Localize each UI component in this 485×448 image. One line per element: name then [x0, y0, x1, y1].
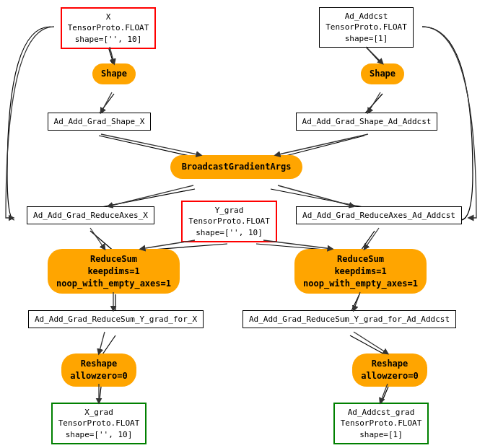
- node-Y-grad: Y_gradTensorProto.FLOATshape=['', 10]: [170, 201, 289, 242]
- node-reducesum-y-x: Ad_Add_Grad_ReduceSum_Y_grad_for_X: [13, 310, 219, 328]
- svg-line-22: [368, 92, 380, 113]
- svg-line-26: [278, 185, 354, 206]
- graph-container: XTensorProto.FLOATshape=['', 10] Ad_Addc…: [0, 0, 485, 448]
- node-reduce-axes-ad-label: Ad_Add_Grad_ReduceAxes_Ad_Addcst: [302, 211, 455, 220]
- svg-line-20: [366, 47, 383, 63]
- node-reducesum-y-ad: Ad_Add_Grad_ReduceSum_Y_grad_for_Ad_Addc…: [222, 310, 476, 328]
- svg-line-21: [101, 92, 112, 113]
- svg-line-1: [366, 47, 383, 65]
- node-broadcast-label: BroadcastGradientArgs: [182, 162, 292, 172]
- svg-line-0: [108, 47, 114, 65]
- node-grad-shape-x: Ad_Add_Grad_Shape_X: [32, 113, 166, 131]
- node-reshape-right: Reshapeallowzero=0: [343, 353, 437, 387]
- node-reducesum-left: ReduceSumkeepdims=1noop_with_empty_axes=…: [51, 249, 177, 294]
- node-reducesum-y-x-label: Ad_Add_Grad_ReduceSum_Y_grad_for_X: [35, 315, 197, 324]
- node-grad-shape-ad: Ad_Add_Grad_Shape_Ad_Addcst: [280, 113, 453, 131]
- node-Ad-Addcst: Ad_AddcstTensorProto.FLOATshape=[1]: [310, 7, 422, 48]
- node-shape-right: Shape: [354, 63, 411, 84]
- node-X: XTensorProto.FLOATshape=['', 10]: [51, 7, 166, 49]
- node-Ad-Addcst-grad: Ad_Addcst_gradTensorProto.FLOATshape=[1]: [309, 403, 453, 444]
- node-reducesum-y-ad-label: Ad_Add_Grad_ReduceSum_Y_grad_for_Ad_Addc…: [249, 315, 450, 324]
- node-X-grad-label: X_gradTensorProto.FLOATshape=['', 10]: [58, 408, 140, 439]
- svg-line-29: [90, 228, 105, 249]
- node-Ad-Addcst-grad-label: Ad_Addcst_gradTensorProto.FLOATshape=[1]: [341, 408, 422, 439]
- node-X-grad: X_gradTensorProto.FLOATshape=['', 10]: [38, 403, 160, 444]
- node-grad-shape-ad-label: Ad_Add_Grad_Shape_Ad_Addcst: [302, 117, 432, 126]
- node-shape-left-label: Shape: [101, 69, 127, 79]
- node-reducesum-left-label: ReduceSumkeepdims=1noop_with_empty_axes=…: [56, 254, 171, 289]
- node-grad-shape-x-label: Ad_Add_Grad_Shape_X: [54, 117, 145, 126]
- node-reducesum-right: ReduceSumkeepdims=1noop_with_empty_axes=…: [297, 249, 424, 294]
- svg-line-19: [110, 47, 114, 63]
- svg-line-23: [101, 134, 201, 155]
- svg-line-33: [99, 332, 105, 353]
- svg-line-30: [364, 228, 379, 249]
- node-reshape-left-label: Reshapeallowzero=0: [70, 359, 127, 381]
- node-shape-right-label: Shape: [370, 69, 396, 79]
- node-shape-left: Shape: [85, 63, 143, 84]
- node-reduce-axes-x-label: Ad_Add_Grad_ReduceAxes_X: [33, 211, 148, 220]
- svg-line-32: [354, 292, 360, 310]
- node-reduce-axes-ad: Ad_Add_Grad_ReduceAxes_Ad_Addcst: [289, 206, 469, 224]
- node-Y-grad-label: Y_gradTensorProto.FLOATshape=['', 10]: [188, 206, 270, 237]
- node-X-label: XTensorProto.FLOATshape=['', 10]: [68, 12, 149, 44]
- node-reducesum-right-label: ReduceSumkeepdims=1noop_with_empty_axes=…: [303, 254, 418, 289]
- node-reduce-axes-x: Ad_Add_Grad_ReduceAxes_X: [13, 206, 168, 224]
- svg-line-24: [276, 134, 368, 155]
- svg-line-34: [354, 332, 388, 353]
- svg-line-2: [99, 94, 114, 114]
- node-reshape-right-label: Reshapeallowzero=0: [361, 359, 418, 381]
- node-reshape-left: Reshapeallowzero=0: [52, 353, 146, 387]
- svg-line-36: [380, 384, 388, 403]
- node-broadcast: BroadcastGradientArgs: [155, 155, 318, 179]
- svg-line-3: [364, 94, 383, 114]
- node-Ad-Addcst-label: Ad_AddcstTensorProto.FLOATshape=[1]: [325, 12, 407, 43]
